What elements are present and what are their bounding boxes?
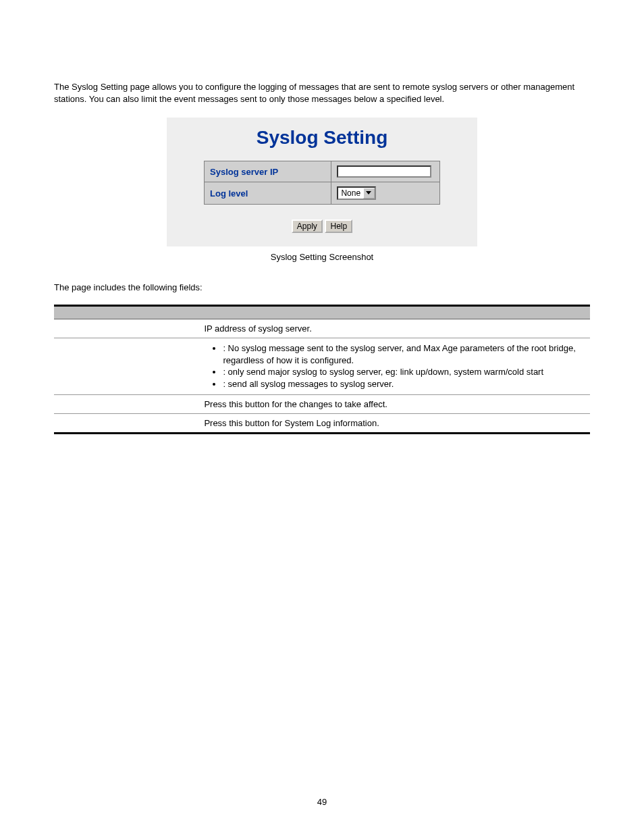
- help-button[interactable]: Help: [325, 219, 352, 233]
- log-level-select[interactable]: None: [337, 186, 376, 200]
- table-header-row: [54, 306, 590, 319]
- form-table: Syslog server IP Log level None: [204, 161, 440, 205]
- fields-intro: The page includes the following fields:: [54, 282, 590, 292]
- table-row: Press this button for System Log informa…: [54, 413, 590, 433]
- table-row: IP address of syslog server.: [54, 319, 590, 338]
- list-item: : No syslog message sent to the syslog s…: [223, 342, 585, 366]
- list-item: : only send major syslog to syslog serve…: [223, 366, 585, 378]
- log-level-label: Log level: [205, 182, 331, 205]
- syslog-ip-input[interactable]: [337, 165, 431, 178]
- description-cell: Press this button for System Log informa…: [198, 413, 590, 433]
- screenshot-title: Syslog Setting: [167, 123, 477, 161]
- object-cell: [54, 319, 198, 338]
- intro-text: The Syslog Setting page allows you to co…: [54, 81, 590, 105]
- table-row: Press this button for the changes to tak…: [54, 394, 590, 413]
- description-cell: : No syslog message sent to the syslog s…: [198, 338, 590, 394]
- syslog-screenshot: Syslog Setting Syslog server IP Log leve…: [167, 118, 477, 246]
- description-cell: Press this button for the changes to tak…: [198, 394, 590, 413]
- object-cell: [54, 338, 198, 394]
- object-cell: [54, 413, 198, 433]
- syslog-ip-label: Syslog server IP: [205, 161, 331, 182]
- description-cell: IP address of syslog server.: [198, 319, 590, 338]
- table-row: : No syslog message sent to the syslog s…: [54, 338, 590, 394]
- list-item: : send all syslog messages to syslog ser…: [223, 378, 585, 390]
- object-cell: [54, 394, 198, 413]
- chevron-down-icon[interactable]: [363, 188, 375, 199]
- screenshot-caption: Syslog Setting Screenshot: [167, 252, 477, 262]
- description-table: IP address of syslog server. : No syslog…: [54, 305, 590, 434]
- apply-button[interactable]: Apply: [292, 219, 323, 233]
